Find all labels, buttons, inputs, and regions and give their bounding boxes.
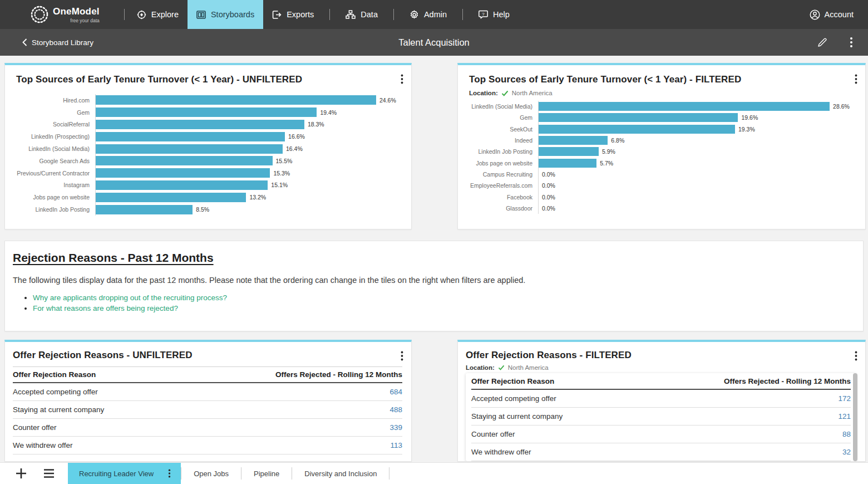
- onemodel-logo[interactable]: OneModel free your data: [30, 5, 100, 24]
- tab-kebab-menu-icon[interactable]: [168, 469, 171, 478]
- rejected-count-link[interactable]: 339: [389, 423, 402, 432]
- bar[interactable]: [96, 156, 273, 165]
- nav-item-explore[interactable]: Explore: [128, 0, 188, 29]
- bar-row: Previous/Current Contractor 15.3%: [16, 167, 400, 179]
- rejected-count-link[interactable]: 32: [842, 448, 851, 456]
- bar-category-label: Glassdoor: [469, 205, 538, 212]
- bar-row: Instagram 15.1%: [16, 179, 400, 192]
- rejected-count-link[interactable]: 172: [838, 394, 851, 403]
- bar-row: Indeed 6.8%: [469, 135, 854, 146]
- storyboard-page-bar: Recruiting Leader View Open Jobs Pipelin…: [0, 462, 868, 484]
- bar[interactable]: [96, 180, 268, 190]
- tile-title: Top Sources of Early Tenure Turnover (< …: [469, 74, 741, 85]
- table-row: We withdrew offer 113: [13, 437, 402, 454]
- bar-category-label: Jobs page on website: [16, 194, 95, 201]
- bar-track: 0.0%: [538, 203, 854, 214]
- bar-value-label: 19.6%: [741, 114, 758, 121]
- page-tab[interactable]: Open Jobs: [181, 463, 241, 484]
- bar-track: 0.0%: [538, 191, 854, 202]
- nav-divider: [329, 9, 330, 20]
- bar-category-label: LinkedIn Job Posting: [469, 148, 538, 155]
- bar-track: 8.5%: [95, 203, 400, 216]
- nav-item-label: Admin: [424, 10, 447, 19]
- bar-value-label: 24.6%: [379, 97, 396, 104]
- bar[interactable]: [96, 120, 304, 129]
- tab-recruiting-leader-view[interactable]: Recruiting Leader View: [68, 463, 181, 484]
- bar[interactable]: [96, 205, 193, 214]
- bar[interactable]: [539, 113, 738, 122]
- rejected-count-link[interactable]: 684: [389, 388, 402, 396]
- nav-item-storyboards[interactable]: Storyboards: [188, 0, 263, 29]
- bar[interactable]: [96, 95, 376, 105]
- bar-value-label: 0.0%: [542, 205, 555, 212]
- svg-text:?: ?: [482, 12, 485, 17]
- onemodel-globe-icon: [30, 5, 49, 24]
- bar-category-label: Hired.com: [16, 97, 95, 104]
- bar[interactable]: [539, 125, 735, 134]
- table-header-row: Offer Rejection Reason Offers Rejected -…: [13, 366, 402, 383]
- applied-filter[interactable]: Location: North America: [466, 364, 856, 371]
- tile-menu-button[interactable]: [855, 74, 857, 86]
- bar[interactable]: [96, 193, 246, 202]
- kebab-menu-icon: [850, 37, 853, 48]
- back-to-library-link[interactable]: Storyboard Library: [22, 38, 93, 47]
- rejected-count-link[interactable]: 88: [842, 430, 851, 438]
- edit-storyboard-button[interactable]: [815, 35, 830, 50]
- kebab-menu-icon: [855, 351, 857, 361]
- bar[interactable]: [539, 136, 608, 145]
- bar-track: 28.6%: [538, 101, 854, 112]
- bar-row: LinkedIn Job Posting 8.5%: [16, 203, 400, 216]
- bar-row: Glassdoor 0.0%: [469, 203, 854, 214]
- bar[interactable]: [96, 107, 317, 117]
- table-body: Accepted competing offer 172 Staying at …: [471, 390, 851, 461]
- bar-category-label: Gem: [16, 109, 95, 116]
- logo-tagline: free your data: [70, 18, 99, 23]
- filter-label: Location:: [466, 364, 495, 371]
- bar-track: 0.0%: [538, 180, 854, 191]
- tile-menu-button[interactable]: [401, 351, 403, 363]
- account-menu[interactable]: Account: [810, 9, 854, 20]
- rejected-count-link[interactable]: 121: [838, 412, 851, 421]
- bar[interactable]: [96, 132, 285, 141]
- page-tab[interactable]: Pipeline: [241, 463, 292, 484]
- plus-icon: [15, 467, 27, 480]
- tile-menu-button[interactable]: [401, 74, 403, 86]
- storyboard-icon: [196, 11, 206, 19]
- applied-filter[interactable]: Location: North America: [469, 90, 854, 96]
- bar-category-label: LinkedIn Job Posting: [16, 206, 95, 213]
- chevron-left-icon: [22, 38, 27, 46]
- pencil-icon: [817, 37, 828, 48]
- storyboard-menu-button[interactable]: [844, 35, 859, 50]
- nav-item-data[interactable]: Data: [337, 0, 387, 29]
- page-list-button[interactable]: [41, 466, 57, 481]
- table-row: Accepted competing offer 684: [13, 383, 402, 401]
- nav-item-admin[interactable]: Admin: [401, 0, 456, 29]
- question-link[interactable]: Why are applicants dropping out of the r…: [33, 294, 852, 302]
- bar-value-label: 6.8%: [611, 137, 624, 144]
- rejected-count-link[interactable]: 113: [390, 441, 402, 449]
- bar[interactable]: [96, 168, 270, 178]
- tile-offer-rejection-unfiltered: Offer Rejection Reasons - UNFILTERED Off…: [4, 340, 412, 462]
- bar[interactable]: [539, 159, 596, 168]
- rejection-reason-cell: Counter offer: [13, 423, 57, 432]
- column-header-reason: Offer Rejection Reason: [13, 370, 96, 379]
- table-scrollbar[interactable]: [853, 373, 857, 461]
- bar-track: 15.5%: [95, 155, 400, 167]
- notes-heading: Rejection Reasons - Past 12 Months: [13, 251, 852, 265]
- question-link[interactable]: For what reasons are offers being reject…: [33, 304, 852, 312]
- rejection-reason-cell: We withdrew offer: [13, 441, 73, 449]
- nav-item-exports[interactable]: Exports: [263, 0, 323, 29]
- nav-item-label: Data: [361, 10, 378, 19]
- bar[interactable]: [539, 102, 830, 111]
- bar-category-label: Google Search Ads: [16, 158, 95, 164]
- nav-item-help[interactable]: ? Help: [470, 0, 519, 29]
- add-page-button[interactable]: [13, 466, 29, 481]
- page-tab[interactable]: Diversity and Inclusion: [292, 463, 389, 484]
- bar-value-label: 8.5%: [196, 206, 209, 213]
- rejected-count-link[interactable]: 488: [389, 405, 402, 414]
- bar-row: Google Search Ads 15.5%: [16, 155, 400, 167]
- bar[interactable]: [539, 147, 599, 156]
- tile-menu-button[interactable]: [855, 351, 857, 363]
- bar[interactable]: [96, 144, 283, 154]
- bar-category-label: LinkedIn (Prospecting): [16, 133, 95, 140]
